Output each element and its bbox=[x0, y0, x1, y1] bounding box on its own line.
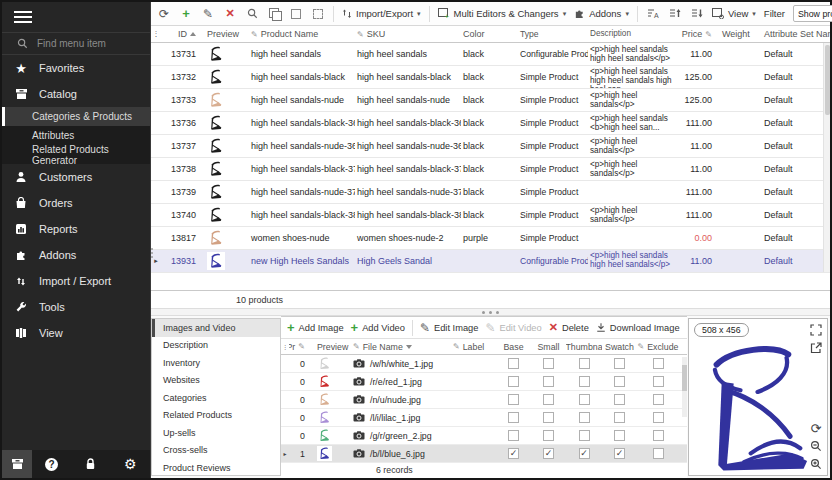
sidebar-item-reports[interactable]: Reports bbox=[2, 216, 150, 242]
import-export-menu[interactable]: Import/Export▾ bbox=[342, 8, 421, 19]
product-row[interactable]: 13737 high heel sandals-nude-36 high hee… bbox=[151, 135, 830, 158]
swatch-checkbox[interactable] bbox=[614, 394, 625, 405]
vertical-splitter[interactable] bbox=[150, 236, 153, 270]
column-options-icon[interactable]: ⋮ bbox=[281, 343, 289, 350]
multi-editors-menu[interactable]: + Multi Editors & Changers▾ bbox=[438, 8, 567, 19]
swatch-checkbox[interactable] bbox=[614, 448, 625, 459]
column-product-name[interactable]: ✎Product Name bbox=[249, 29, 355, 39]
tab-related-products[interactable]: Related Products bbox=[152, 407, 280, 425]
sidebar-item-catalog[interactable]: Catalog bbox=[2, 81, 150, 107]
sidebar-item-customers[interactable]: Customers bbox=[2, 164, 150, 190]
delete-image-button[interactable]: ✕Delete bbox=[549, 322, 589, 333]
column-base[interactable]: Base bbox=[496, 342, 531, 352]
column-attribute-set[interactable]: Attribute Set Name bbox=[754, 29, 830, 39]
column-weight[interactable]: Weight bbox=[720, 29, 754, 39]
delete-product-button[interactable]: ✕ bbox=[223, 7, 237, 21]
sidebar-item-related-products-generator[interactable]: Related Products Generator bbox=[2, 145, 150, 164]
small-checkbox[interactable] bbox=[543, 448, 554, 459]
exclude-checkbox[interactable] bbox=[653, 430, 664, 441]
sort-desc-button[interactable] bbox=[690, 7, 704, 21]
zoom-in-icon[interactable] bbox=[809, 457, 823, 471]
horizontal-splitter[interactable] bbox=[151, 308, 830, 316]
exclude-checkbox[interactable] bbox=[653, 376, 664, 387]
base-checkbox[interactable] bbox=[508, 376, 519, 387]
image-row[interactable]: 0 /r/e/red_1.jpg bbox=[281, 373, 687, 391]
checkbox-mode-button[interactable] bbox=[289, 7, 303, 21]
swatch-checkbox[interactable] bbox=[614, 430, 625, 441]
image-row[interactable]: 0 /g/r/green_2.jpg bbox=[281, 427, 687, 445]
addons-menu[interactable]: Addons▾ bbox=[574, 8, 629, 19]
column-color[interactable]: Color bbox=[461, 29, 518, 39]
add-image-button[interactable]: +Add Image bbox=[287, 321, 344, 334]
add-product-button[interactable]: + bbox=[179, 7, 193, 21]
products-scrollbar[interactable] bbox=[823, 43, 830, 272]
rotate-icon[interactable]: ⟳ bbox=[809, 421, 823, 435]
sidebar-item-categories-products[interactable]: Categories & Products bbox=[2, 107, 150, 126]
refresh-button[interactable]: ⟳ bbox=[157, 7, 171, 21]
column-label[interactable]: ✎Label bbox=[451, 342, 496, 352]
small-checkbox[interactable] bbox=[543, 376, 554, 387]
tab-websites[interactable]: Websites bbox=[152, 372, 280, 390]
thumbnail-checkbox[interactable] bbox=[579, 412, 590, 423]
product-row[interactable]: 13738 high heel sandals-black-37 high he… bbox=[151, 158, 830, 181]
zoom-out-icon[interactable] bbox=[809, 439, 823, 453]
small-checkbox[interactable] bbox=[543, 358, 554, 369]
column-id[interactable]: ID bbox=[161, 29, 203, 39]
fullscreen-icon[interactable] bbox=[809, 323, 823, 337]
product-row[interactable]: 13731 high heel sandals high heel sandal… bbox=[151, 43, 830, 66]
lock-button[interactable] bbox=[71, 450, 110, 478]
small-checkbox[interactable] bbox=[543, 394, 554, 405]
column-preview[interactable]: Preview bbox=[203, 29, 249, 39]
images-scrollbar[interactable] bbox=[682, 357, 687, 417]
sidebar-item-favorites[interactable]: ★ Favorites bbox=[2, 55, 150, 81]
menu-icon[interactable] bbox=[2, 2, 150, 32]
exclude-checkbox[interactable] bbox=[653, 358, 664, 369]
tab-product-reviews[interactable]: Product Reviews bbox=[152, 459, 280, 477]
image-row[interactable]: 0 /w/h/white_1.jpg bbox=[281, 355, 687, 373]
product-row[interactable]: 13817 women shoes-nude women shoes-nude-… bbox=[151, 227, 830, 250]
sidebar-search[interactable] bbox=[2, 32, 150, 55]
image-row[interactable]: 0 /l/i/lilac_1.jpg bbox=[281, 409, 687, 427]
tab-cross-sells[interactable]: Cross-sells bbox=[152, 442, 280, 460]
sidebar-item-orders[interactable]: Orders bbox=[2, 190, 150, 216]
view-menu[interactable]: View▾ bbox=[712, 8, 756, 19]
thumbnail-checkbox[interactable] bbox=[579, 358, 590, 369]
column-file-name[interactable]: ✎File Name bbox=[351, 342, 451, 352]
select-special-button[interactable] bbox=[311, 7, 325, 21]
settings-button[interactable]: ⚙ bbox=[111, 450, 150, 478]
edit-image-button[interactable]: ✎Edit Image bbox=[420, 322, 479, 334]
sidebar-item-import-export[interactable]: Import / Export bbox=[2, 268, 150, 294]
help-button[interactable]: ? bbox=[32, 450, 71, 478]
thumbnail-checkbox[interactable] bbox=[579, 430, 590, 441]
column-exclude[interactable]: ✎Exclude bbox=[637, 342, 679, 352]
sidebar-item-addons[interactable]: Addons bbox=[2, 242, 150, 268]
base-checkbox[interactable] bbox=[508, 412, 519, 423]
sidebar-item-attributes[interactable]: Attributes bbox=[2, 126, 150, 145]
swatch-checkbox[interactable] bbox=[614, 376, 625, 387]
category-filter-select[interactable]: Show products from selected categories▾ bbox=[793, 5, 832, 22]
sort-asc-button[interactable] bbox=[668, 7, 682, 21]
download-image-button[interactable]: Download Image bbox=[596, 322, 680, 333]
tab-description[interactable]: Description bbox=[152, 337, 280, 355]
image-row-selected[interactable]: ▸ 1 /b/l/blue_6.jpg bbox=[281, 445, 687, 463]
tab-up-sells[interactable]: Up-sells bbox=[152, 424, 280, 442]
thumbnail-checkbox[interactable] bbox=[579, 448, 590, 459]
product-row[interactable]: 13732 high heel sandals-black high heel … bbox=[151, 66, 830, 89]
sidebar-item-view[interactable]: View bbox=[2, 320, 150, 346]
store-button[interactable] bbox=[2, 450, 32, 478]
product-row[interactable]: 13733 high heel sandals-nude high heel s… bbox=[151, 89, 830, 112]
base-checkbox[interactable] bbox=[508, 358, 519, 369]
column-options-icon[interactable]: ⋮ bbox=[151, 30, 161, 38]
exclude-checkbox[interactable] bbox=[653, 448, 664, 459]
product-row-selected[interactable]: ▸ 13931 new High Heels Sandals High Geel… bbox=[151, 250, 830, 273]
thumbnail-checkbox[interactable] bbox=[579, 376, 590, 387]
column-small[interactable]: Small bbox=[531, 342, 566, 352]
copy-button[interactable] bbox=[267, 7, 281, 21]
open-external-icon[interactable] bbox=[809, 341, 823, 355]
column-priority[interactable]: Pr✎ bbox=[289, 342, 311, 352]
swatch-checkbox[interactable] bbox=[614, 358, 625, 369]
exclude-checkbox[interactable] bbox=[653, 412, 664, 423]
column-preview[interactable]: Preview bbox=[311, 342, 351, 352]
base-checkbox[interactable] bbox=[508, 430, 519, 441]
column-sku[interactable]: ✎SKU bbox=[355, 29, 461, 39]
